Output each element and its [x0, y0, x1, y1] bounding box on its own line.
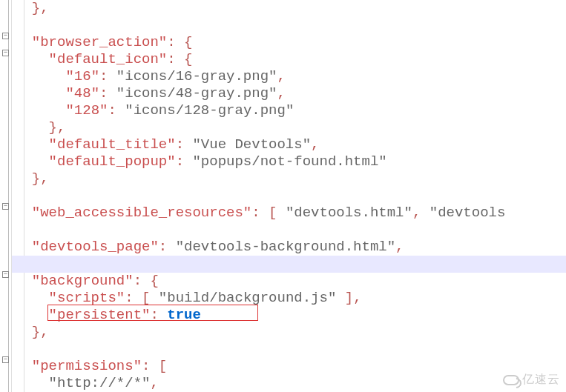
code-line[interactable]: "scripts": [ "build/background.js" ],: [12, 290, 566, 307]
code-line[interactable]: "persistent": true: [12, 307, 566, 324]
colon: :: [134, 273, 151, 289]
watermark: 亿速云: [503, 372, 560, 388]
code-line[interactable]: },: [12, 0, 566, 17]
fold-toggle-icon[interactable]: −: [2, 33, 9, 39]
json-string: "icons/48-gray.png": [116, 85, 277, 102]
json-key: "128": [65, 102, 108, 119]
json-key: "48": [65, 85, 99, 102]
json-boolean: true: [167, 307, 201, 323]
code-line[interactable]: "48": "icons/48-gray.png",: [12, 85, 566, 102]
comma: ,: [277, 68, 285, 84]
json-key: "default_icon": [49, 51, 168, 67]
comma: ,: [412, 205, 430, 221]
code-line[interactable]: "default_icon": {: [12, 51, 566, 68]
code-line[interactable]: [12, 341, 566, 358]
json-key: "default_title": [49, 136, 176, 153]
fold-toggle-icon[interactable]: −: [2, 271, 9, 278]
json-key: "16": [65, 68, 99, 84]
json-key: "background": [32, 273, 134, 289]
json-string: "Vue Devtools": [192, 136, 311, 153]
comma: ,: [395, 239, 404, 255]
fold-toggle-icon[interactable]: −: [2, 50, 9, 56]
fold-guide-line: [8, 0, 9, 392]
colon: :: [99, 85, 116, 102]
code-line[interactable]: [12, 187, 566, 205]
json-key: "devtools_page": [32, 239, 159, 255]
json-string: "popups/not-found.html": [192, 153, 386, 170]
json-key: "permissions": [32, 358, 142, 374]
json-key: "browser_action": [32, 34, 167, 50]
brace-open: {: [184, 34, 192, 50]
bracket-open: [: [142, 290, 159, 306]
watermark-text: 亿速云: [522, 372, 560, 388]
code-line[interactable]: [12, 222, 566, 239]
json-string: "devtools.html": [286, 205, 412, 221]
json-key: "default_popup": [49, 153, 176, 170]
colon: :: [251, 205, 269, 221]
colon: :: [167, 51, 184, 67]
colon: :: [176, 136, 193, 153]
bracket-open: [: [159, 358, 167, 374]
colon: :: [176, 153, 193, 170]
json-string: "icons/128-gray.png": [125, 102, 294, 119]
code-line[interactable]: "default_popup": "popups/not-found.html": [12, 153, 566, 170]
colon: :: [142, 358, 159, 374]
colon: :: [150, 307, 167, 323]
code-line[interactable]: "web_accessible_resources": [ "devtools.…: [12, 205, 566, 222]
brace-close: },: [32, 324, 49, 340]
json-string: "icons/16-gray.png": [116, 68, 277, 84]
code-line[interactable]: [12, 17, 566, 34]
json-string: "build/background.js": [159, 290, 336, 306]
json-key: "persistent": [49, 307, 151, 323]
code-line[interactable]: "browser_action": {: [12, 34, 566, 51]
colon: :: [167, 34, 184, 50]
brace-open: {: [150, 273, 158, 289]
colon: :: [108, 102, 125, 119]
colon: :: [99, 68, 116, 84]
code-line[interactable]: },: [12, 170, 566, 187]
comma: ,: [277, 85, 285, 102]
fold-toggle-icon[interactable]: −: [2, 356, 9, 363]
code-line[interactable]: "permissions": [: [12, 358, 566, 375]
code-editor[interactable]: − − − − − }, "browser_action": { "defaul…: [0, 0, 566, 392]
fold-toggle-icon[interactable]: −: [2, 203, 9, 210]
bracket-open: [: [269, 205, 286, 221]
code-line[interactable]: },: [12, 119, 566, 136]
code-line[interactable]: "default_title": "Vue Devtools",: [12, 136, 566, 153]
code-line[interactable]: "background": {: [12, 273, 566, 290]
code-line[interactable]: "128": "icons/128-gray.png": [12, 102, 566, 119]
json-string: "devtools-background.html": [176, 239, 395, 255]
brace-close: },: [49, 119, 66, 136]
bracket-close: ]: [336, 290, 353, 306]
json-string: "http://*/*": [49, 375, 151, 391]
brace-open: {: [184, 51, 192, 67]
current-line[interactable]: [12, 256, 566, 273]
comma: ,: [353, 290, 361, 306]
json-string: "devtools: [430, 205, 506, 221]
json-key: "web_accessible_resources": [32, 205, 251, 221]
code-line[interactable]: "16": "icons/16-gray.png",: [12, 68, 566, 85]
comma: ,: [311, 136, 319, 153]
colon: :: [125, 290, 142, 306]
brace-close: },: [32, 170, 49, 187]
code-line[interactable]: "http://*/*",: [12, 375, 566, 392]
code-line[interactable]: "devtools_page": "devtools-background.ht…: [12, 239, 566, 256]
code-area[interactable]: }, "browser_action": { "default_icon": {…: [12, 0, 566, 392]
code-line[interactable]: },: [12, 324, 566, 341]
json-key: "scripts": [49, 290, 125, 306]
fold-gutter: − − − − −: [0, 0, 12, 392]
cloud-icon: [503, 375, 519, 385]
colon: :: [159, 239, 176, 255]
comma: ,: [150, 375, 158, 391]
brace-close: },: [32, 0, 49, 16]
